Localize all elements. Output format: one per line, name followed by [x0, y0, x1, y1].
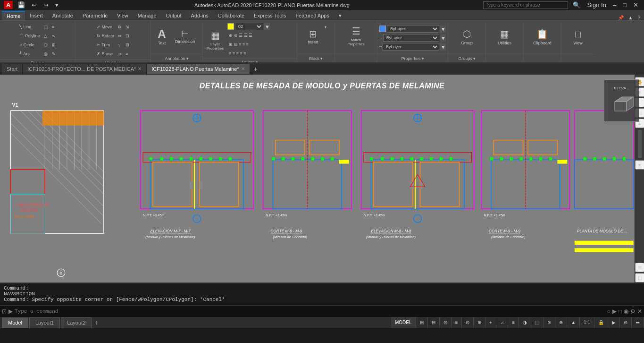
- tab-featured[interactable]: Featured Apps: [291, 11, 334, 20]
- snap-toggle[interactable]: ⊟: [428, 317, 440, 328]
- draw-more-4[interactable]: ◎: [42, 50, 50, 58]
- anno-monitor[interactable]: ▲: [567, 317, 580, 328]
- grid-toggle[interactable]: ⊞: [416, 317, 428, 328]
- tab-annotate[interactable]: Annotate: [48, 11, 78, 20]
- scroll-thumb[interactable]: [638, 130, 642, 158]
- lock-button[interactable]: 🔒: [594, 317, 608, 328]
- fillet-button[interactable]: ╮: [117, 41, 123, 49]
- restore-button[interactable]: □: [621, 1, 628, 9]
- rotate-button[interactable]: ↻ Rotate: [95, 32, 116, 40]
- quick-access-undo[interactable]: ↩: [30, 1, 39, 9]
- draw-extra-1[interactable]: ≡: [50, 23, 57, 31]
- layout1-tab[interactable]: Layout1: [29, 317, 60, 328]
- extend-button[interactable]: ⇥: [117, 50, 123, 58]
- block-group-label[interactable]: Block ▾: [297, 54, 335, 62]
- modify-group-label[interactable]: Modify ▾: [75, 59, 151, 63]
- draw-extra-4[interactable]: ✎: [50, 50, 57, 58]
- doc-tab-2[interactable]: ICF10228-PLANO Puertas Melamine* ✕: [147, 64, 250, 74]
- tab-addins[interactable]: Add-ins: [186, 11, 213, 20]
- array-button[interactable]: ⊞: [124, 41, 131, 49]
- grid-view-button[interactable]: ⊞: [635, 263, 644, 272]
- quick-access-redo[interactable]: ↪: [42, 1, 50, 9]
- ribbon-pin[interactable]: 📌: [616, 15, 626, 20]
- tab-manage[interactable]: Manage: [133, 11, 161, 20]
- trim-button[interactable]: ✂ Trim: [95, 41, 116, 49]
- sel-cycle-toggle[interactable]: ⬚: [531, 317, 544, 328]
- lineweight-select[interactable]: ByLayer: [383, 43, 439, 51]
- ribbon-help[interactable]: ?: [636, 15, 642, 20]
- tab-home[interactable]: Home: [2, 11, 25, 20]
- layer-tool-3[interactable]: ≡ ≡ ≡ ≡ ≡: [227, 49, 270, 58]
- cmd-cycle-icon[interactable]: ○: [607, 308, 611, 315]
- tab-output[interactable]: Output: [161, 11, 186, 20]
- hardware-accel[interactable]: ▶: [608, 317, 620, 328]
- arc-button[interactable]: ╯ Arc: [18, 50, 42, 58]
- add-doc-tab[interactable]: +: [250, 65, 261, 73]
- draw-extra-2[interactable]: ∿: [50, 32, 57, 40]
- add-layout-tab[interactable]: +: [92, 319, 100, 326]
- annotation-group-label[interactable]: Annotation ▾: [151, 54, 202, 62]
- mirror-button[interactable]: ⇔: [117, 32, 123, 40]
- view-button[interactable]: □ View: [569, 23, 587, 51]
- layer-select[interactable]: 02 ByLayer: [235, 23, 263, 30]
- layers-group-label[interactable]: Layers ▾: [203, 59, 297, 63]
- insert-arrow[interactable]: ▾: [323, 23, 328, 31]
- insert-button[interactable]: ⊞ Insert: [304, 23, 322, 51]
- tab-more[interactable]: ▾: [334, 11, 346, 20]
- ribbon-minimize[interactable]: ▲: [627, 15, 635, 20]
- utilities-button[interactable]: ▦ Utilities: [495, 23, 514, 51]
- cmd-left-icon-1[interactable]: ⊡: [2, 308, 7, 315]
- layer-select-arrow[interactable]: ▾: [264, 23, 270, 30]
- cmd-record-icon[interactable]: ◉: [624, 308, 628, 315]
- draw-more-2[interactable]: △: [42, 32, 50, 40]
- draw-extra-3[interactable]: ⊞: [50, 41, 57, 49]
- draw-group-label[interactable]: Draw ▾: [0, 59, 75, 63]
- transparency-toggle[interactable]: ◑: [519, 317, 531, 328]
- polar-toggle[interactable]: ≡: [452, 317, 462, 328]
- lw-toggle[interactable]: ≡: [508, 317, 519, 328]
- sign-in-button[interactable]: Sign In: [585, 1, 608, 9]
- cmd-stop-icon[interactable]: □: [619, 308, 622, 315]
- circle-button[interactable]: ○ Circle: [18, 41, 42, 49]
- command-input[interactable]: [15, 309, 605, 314]
- ortho-toggle[interactable]: ⊡: [440, 317, 452, 328]
- quick-access-more[interactable]: ▾: [53, 1, 60, 9]
- groups-group-label[interactable]: Groups ▾: [448, 54, 485, 62]
- erase-button[interactable]: ✗ Erase: [95, 50, 116, 58]
- doc-tab-start[interactable]: Start: [2, 64, 23, 74]
- tab-parametric[interactable]: Parametric: [78, 11, 112, 20]
- quick-access-save[interactable]: 💾: [16, 1, 27, 9]
- tab-view[interactable]: View: [112, 11, 133, 20]
- cmd-close-icon[interactable]: ✕: [637, 308, 642, 315]
- canvas-area[interactable]: DETALLES DE MESADA DE MODULO y PUERTAS D…: [0, 75, 644, 283]
- move-button[interactable]: ⤢ Move: [95, 23, 116, 31]
- gizmo-toggle[interactable]: ⊕: [555, 317, 567, 328]
- stretch-button[interactable]: ⇲: [124, 23, 131, 31]
- cmd-left-icon-2[interactable]: ▶: [8, 308, 13, 315]
- search-icon[interactable]: 🔍: [571, 1, 582, 9]
- keyword-search-input[interactable]: [483, 1, 568, 9]
- dyn-toggle[interactable]: ⊿: [496, 317, 508, 328]
- copy-button[interactable]: ⧉: [117, 23, 123, 31]
- tab-collaborate[interactable]: Collaborate: [213, 11, 249, 20]
- polyline-button[interactable]: ⌒ Polyline: [18, 32, 42, 40]
- otrack-toggle[interactable]: ⊕: [474, 317, 485, 328]
- cmd-settings-icon[interactable]: ⚙: [630, 308, 636, 315]
- properties-group-label[interactable]: Properties ▾: [377, 54, 448, 62]
- cmd-play-icon[interactable]: ▶: [612, 308, 617, 315]
- close-tab-2[interactable]: ✕: [241, 66, 245, 71]
- tab-express[interactable]: Express Tools: [249, 11, 291, 20]
- color-select-arrow[interactable]: ▾: [440, 26, 446, 33]
- dimension-button[interactable]: ⊢ Dimension: [173, 23, 198, 51]
- close-tab-1[interactable]: ✕: [138, 66, 142, 71]
- color-select[interactable]: ByLayer: [387, 25, 439, 33]
- model-tab[interactable]: Model: [2, 317, 28, 328]
- layer-properties-button[interactable]: ▦ LayerProperties: [205, 27, 226, 53]
- doc-tab-1[interactable]: ICF10218-PROYECTO... DE POSTA MEDICA* ✕: [23, 64, 147, 74]
- match-properties-button[interactable]: ☰ MatchProperties: [337, 23, 375, 49]
- draw-more-3[interactable]: ⬡: [42, 41, 50, 49]
- minimize-button[interactable]: –: [611, 1, 618, 9]
- autocad-logo[interactable]: A: [4, 1, 13, 9]
- draw-more-1[interactable]: ⬚: [42, 23, 50, 31]
- nav-cube[interactable]: ELEVA...: [604, 79, 639, 122]
